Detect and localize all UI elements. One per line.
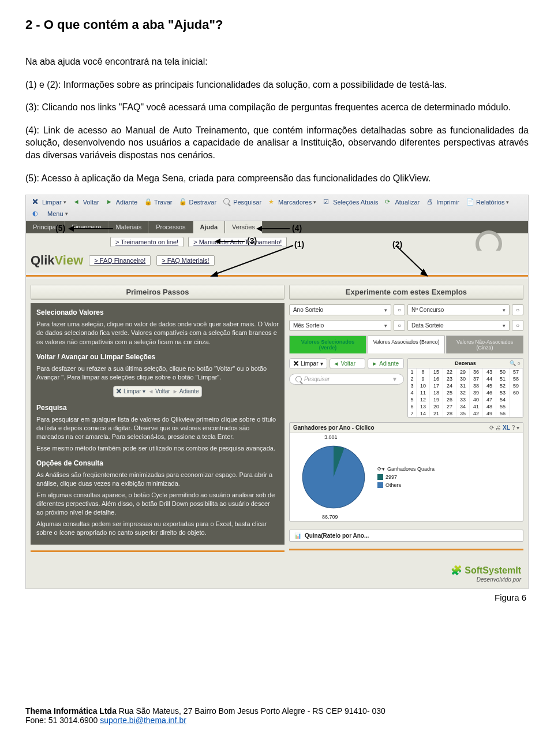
n-concurso-select[interactable]: Nº Concurso▾ — [407, 304, 510, 315]
h-voltar: Voltar / Avançar ou Limpar Seleções — [36, 352, 279, 362]
chart-icon: 📊 — [294, 532, 301, 539]
desenvolvido-por: Desenvolvido por — [477, 576, 521, 583]
ano-sorteio-select[interactable]: Ano Sorteio▾ — [289, 304, 391, 315]
qlikview-screenshot: 🗙Limpar ▾ ◄Voltar ►Adiante 🔒Travar 🔓Dest… — [25, 195, 529, 589]
intro-line: Na aba ajuda você encontrará na tela ini… — [25, 55, 529, 68]
quina-minimized[interactable]: 📊 Quina(Rateio por Ano... — [289, 530, 523, 542]
footer-phone: Fone: 51 3014.6900 — [25, 716, 100, 725]
footer-email-link[interactable]: suporte.bi@thema.inf.br — [100, 716, 186, 725]
destravar-button[interactable]: 🔓Destravar — [176, 197, 219, 207]
dezenas-table[interactable]: Dezenas🔍 ○ 18152229364350572916233037445… — [407, 358, 523, 418]
mini-voltar[interactable]: ◄ Voltar — [148, 388, 170, 396]
pesquisar-button[interactable]: Pesquisar — [220, 197, 264, 207]
softsystemit-footer: 🧩 SoftSystemIt Desenvolvido por — [26, 561, 528, 589]
forward-icon: ► — [106, 198, 114, 206]
selecoes-button[interactable]: ☑Seleções Atuais — [320, 197, 381, 207]
adiante-pill[interactable]: ► Adiante — [368, 358, 404, 369]
dezenas-grid: 1815222936435057291623303744515831017243… — [408, 368, 523, 417]
data-sorteio-select[interactable]: Data Sorteio▾ — [407, 320, 510, 331]
tab-associados[interactable]: Valores Associados (Branco) — [368, 336, 445, 353]
h-pesquisa: Pesquisa — [36, 403, 279, 413]
pie-chart: 3.001 86.709 — [293, 437, 374, 517]
logo-row: QlikView > FAQ Financeiro! > FAQ Materia… — [26, 251, 528, 273]
print-icon: 🖨 — [426, 198, 435, 206]
marcadores-button[interactable]: ★Marcadores ▾ — [265, 197, 319, 207]
clear-mes[interactable]: ○ — [394, 320, 405, 331]
refresh-icon: ⟳ — [385, 198, 393, 206]
mini-limpar[interactable]: 🗙 Limpar ▾ — [116, 388, 145, 396]
tab-processos[interactable]: Processos — [149, 221, 193, 233]
footer-company: Thema Informática Ltda — [25, 706, 117, 716]
footer-address: Rua São Mateus, 27 Bairro Bom Jesus Port… — [117, 706, 385, 716]
tab-financeiro[interactable]: Financeiro — [65, 221, 108, 233]
search-pill[interactable]: Pesquisar ▼ — [289, 374, 404, 385]
atualizar-button[interactable]: ⟳Atualizar — [382, 197, 422, 207]
mes-sorteio-select[interactable]: Mês Sorteio▾ — [289, 320, 391, 331]
unlock-icon: 🔓 — [179, 198, 187, 206]
primeiros-passos-header: Primeiros Passos — [31, 285, 284, 299]
help-text-block: Selecionado Valores Para fazer uma seleç… — [31, 303, 285, 544]
tab-nao-associados[interactable]: Valores Não-Associados (Cinza) — [446, 336, 523, 353]
report-icon: 📄 — [466, 198, 474, 206]
tab-ajuda[interactable]: Ajuda — [193, 221, 226, 234]
imprimir-button[interactable]: 🖨Imprimir — [424, 197, 462, 207]
clear-nconc[interactable]: ○ — [512, 304, 523, 315]
links-row-1: > Treinamento on line! > Manual de Auto … — [26, 233, 528, 251]
dezenas-title: Dezenas — [455, 360, 476, 366]
p-opcoes: As Análises são freqüentemente minimizad… — [36, 471, 279, 489]
selections-icon: ☑ — [323, 198, 331, 206]
p-voltar: Para desfazer ou refazer a sua última se… — [36, 364, 279, 382]
clear-icon: 🗙 — [32, 198, 40, 206]
page-footer: Thema Informática Ltda Rua São Mateus, 2… — [0, 706, 554, 742]
search-icon — [295, 376, 302, 382]
qlikview-logo: QlikView — [31, 253, 83, 268]
p-selecionado: Para fazer uma seleção, clique no valor … — [36, 320, 279, 347]
voltar-button[interactable]: ◄Voltar — [70, 197, 102, 207]
cycle-icon[interactable]: ⟳▾ — [377, 466, 385, 472]
chart-icons[interactable]: ⟳ 🖨 XL ? ▾ — [489, 424, 519, 431]
select-row-2: Mês Sorteio▾ ○ Data Sorteio▾ ○ — [289, 320, 523, 331]
relatorios-button[interactable]: 📄Relatórios ▾ — [463, 197, 512, 207]
tab-materiais[interactable]: Materiais — [109, 221, 149, 233]
chart-legend: ⟳▾ Ganhadores Quadra 2997 Others — [377, 466, 435, 488]
paragraph-3: (3): Clicando nos links "FAQ" você acess… — [25, 101, 529, 114]
page-title: 2 - O que contém a aba "Ajuda"? — [25, 17, 529, 32]
help-button[interactable]: ◐ — [29, 208, 43, 219]
top-toolbar: 🗙Limpar ▾ ◄Voltar ►Adiante 🔒Travar 🔓Dest… — [26, 195, 528, 221]
search-icon — [223, 198, 231, 206]
divider — [31, 550, 285, 552]
tab-versoes[interactable]: Versões — [225, 221, 263, 233]
clear-ano[interactable]: ○ — [394, 304, 405, 315]
menu-tabs: Principal Financeiro Materiais Processos… — [26, 221, 528, 233]
limpar-pill[interactable]: 🗙 Limpar ▾ — [289, 358, 327, 369]
adiante-button[interactable]: ►Adiante — [103, 197, 140, 207]
select-row-1: Ano Sorteio▾ ○ Nº Concurso▾ ○ — [289, 304, 523, 315]
h-opcoes: Opções de Consulta — [36, 459, 279, 468]
menu-button[interactable]: Menu ▾ — [44, 209, 71, 218]
paragraph-4: (4): Link de acesso ao Manual de Auto Tr… — [25, 124, 529, 162]
content-row: Primeiros Passos Selecionado Valores Par… — [26, 279, 528, 561]
tab-principal[interactable]: Principal — [26, 221, 65, 233]
divider — [26, 275, 528, 277]
treinamento-link[interactable]: > Treinamento on line! — [110, 237, 184, 247]
limpar-button[interactable]: 🗙Limpar ▾ — [29, 197, 69, 207]
tab-selecionados[interactable]: Valores Selecionados (Verde) — [289, 336, 366, 353]
clear-data[interactable]: ○ — [512, 320, 523, 331]
voltar-pill[interactable]: ◄ Voltar — [330, 358, 366, 369]
h-selecionado: Selecionado Valores — [36, 308, 279, 318]
faq-materiais-link[interactable]: > FAQ Materiais! — [156, 255, 214, 266]
screenshot-wrapper: (5) (4) (3) (1) (2) 🗙Limpar ▾ ◄Voltar ►A… — [25, 195, 529, 602]
travar-button[interactable]: 🔒Travar — [141, 197, 175, 207]
swatch-2997 — [377, 474, 383, 480]
star-icon: ★ — [268, 198, 276, 206]
paragraph-1-2: (1) e (2): Informações sobre as principa… — [25, 79, 529, 91]
divider — [289, 549, 523, 550]
figure-caption: Figura 6 — [25, 593, 529, 602]
softsystemit-logo: 🧩 SoftSystemIt — [451, 565, 521, 575]
help-icon: ◐ — [32, 210, 40, 218]
p-opcoes-c: Algumas consultas podem ser impressas ou… — [36, 520, 279, 538]
faq-financeiro-link[interactable]: > FAQ Financeiro! — [89, 255, 151, 266]
lock-icon: 🔒 — [144, 198, 152, 206]
manual-link[interactable]: > Manual de Auto Treinamento! — [188, 237, 287, 247]
mini-adiante[interactable]: ► Adiante — [173, 388, 199, 396]
